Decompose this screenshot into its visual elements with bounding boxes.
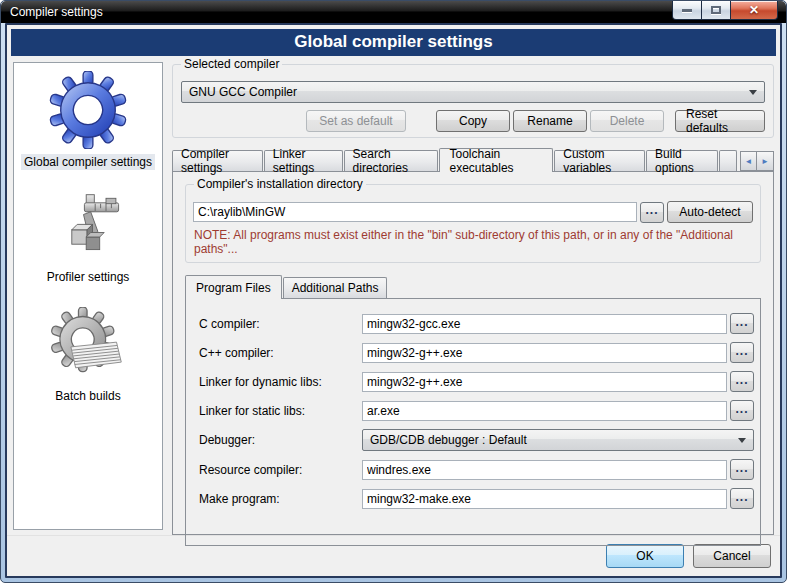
linker-dynamic-input[interactable] [362,372,727,392]
tab-build-options[interactable]: Build options [646,150,718,171]
field-label: Linker for static libs: [190,404,362,418]
content-column: Selected compiler GNU GCC Compiler Set a… [172,62,774,536]
install-dir-input[interactable] [193,202,637,222]
c-compiler-browse-button[interactable]: ... [730,313,754,334]
linker-dynamic-browse-button[interactable]: ... [730,371,754,392]
sidebar-item-label: Global compiler settings [21,154,155,170]
arrow-left-icon: ◄ [745,157,753,166]
sub-tab-strip: Program Files Additional Paths [185,275,761,298]
group-legend: Compiler's installation directory [194,177,366,191]
sidebar-item-label: Batch builds [52,388,123,404]
debugger-select-value: GDB/CDB debugger : Default [370,433,732,447]
group-legend: Selected compiler [181,57,282,71]
window-title: Compiler settings [1,5,103,19]
close-icon: ✕ [749,3,759,17]
linker-static-input[interactable] [362,401,727,421]
field-row-make-program: Make program: ... [190,488,754,509]
toolchain-executables-panel: Compiler's installation directory ... Au… [172,171,774,535]
selected-compiler-group: Selected compiler GNU GCC Compiler Set a… [172,64,774,138]
tab-linker-settings[interactable]: Linker settings [264,150,343,171]
field-label: Debugger: [190,433,362,447]
program-files-panel: C compiler: ... C++ compiler: ... [185,298,761,546]
tab-partial[interactable] [719,150,737,171]
window-controls: ✕ [672,1,778,20]
reset-defaults-button[interactable]: Reset defaults [675,110,765,132]
compiler-buttons-row: Set as default Copy Rename Delete Reset … [181,110,765,132]
tab-search-directories[interactable]: Search directories [344,150,438,171]
caliper-icon [52,192,124,264]
sidebar-item-global-compiler-settings[interactable]: Global compiler settings [21,71,155,170]
sidebar-item-profiler-settings[interactable]: Profiler settings [44,192,133,285]
field-row-linker-static: Linker for static libs: ... [190,400,754,421]
field-row-linker-dynamic: Linker for dynamic libs: ... [190,371,754,392]
tab-scroll-right-button[interactable]: ► [757,151,774,171]
tab-custom-variables[interactable]: Custom variables [554,150,645,171]
cancel-button[interactable]: Cancel [693,544,771,568]
settings-sidebar: Global compiler settings [13,62,163,530]
main-area: Global compiler settings [7,56,780,536]
debugger-select[interactable]: GDB/CDB debugger : Default [362,429,754,451]
minimize-button[interactable] [672,1,702,20]
field-row-resource-compiler: Resource compiler: ... [190,459,754,480]
installation-directory-group: Compiler's installation directory ... Au… [185,184,761,263]
resource-compiler-input[interactable] [362,460,727,480]
tab-toolchain-executables[interactable]: Toolchain executables [439,148,554,172]
field-row-debugger: Debugger: GDB/CDB debugger : Default [190,429,754,451]
field-label: C compiler: [190,317,362,331]
cpp-compiler-input[interactable] [362,343,727,363]
sidebar-item-batch-builds[interactable]: Batch builds [50,307,126,404]
rename-button[interactable]: Rename [513,110,587,132]
delete-button[interactable]: Delete [590,110,664,132]
field-row-cpp-compiler: C++ compiler: ... [190,342,754,363]
sidebar-item-label: Profiler settings [44,269,133,285]
field-label: Resource compiler: [190,463,362,477]
arrow-right-icon: ► [761,157,769,166]
dialog-body: Global compiler settings [5,23,782,578]
field-row-c-compiler: C compiler: ... [190,313,754,334]
tab-scroll-controls: ◄ ► [740,151,774,171]
compiler-select-value: GNU GCC Compiler [189,85,743,99]
field-label: Make program: [190,492,362,506]
titlebar[interactable]: Compiler settings ✕ [1,1,786,23]
chevron-down-icon [738,438,746,443]
field-label: Linker for dynamic libs: [190,375,362,389]
c-compiler-input[interactable] [362,314,727,334]
maximize-icon [711,6,721,14]
auto-detect-button[interactable]: Auto-detect [667,201,753,223]
make-program-input[interactable] [362,489,727,509]
copy-button[interactable]: Copy [436,110,510,132]
set-as-default-button[interactable]: Set as default [306,110,406,132]
gray-gear-stack-icon [50,307,126,383]
chevron-down-icon [749,90,757,95]
linker-static-browse-button[interactable]: ... [730,400,754,421]
resource-compiler-browse-button[interactable]: ... [730,459,754,480]
field-label: C++ compiler: [190,346,362,360]
tab-compiler-settings[interactable]: Compiler settings [172,150,263,171]
tab-additional-paths[interactable]: Additional Paths [283,277,388,298]
tab-scroll-left-button[interactable]: ◄ [740,151,757,171]
install-dir-note: NOTE: All programs must exist either in … [194,228,752,256]
tab-program-files[interactable]: Program Files [185,275,282,299]
minimize-icon [682,9,692,12]
cpp-compiler-browse-button[interactable]: ... [730,342,754,363]
maximize-button[interactable] [702,1,731,20]
page-title: Global compiler settings [11,29,776,56]
install-dir-browse-button[interactable]: ... [640,202,664,223]
compiler-select[interactable]: GNU GCC Compiler [181,81,765,103]
main-tab-strip: Compiler settings Linker settings Search… [172,148,774,171]
blue-gear-icon [49,71,127,149]
close-button[interactable]: ✕ [731,1,778,20]
install-dir-row: ... Auto-detect [193,201,753,223]
ok-button[interactable]: OK [606,544,684,568]
compiler-settings-window: Compiler settings ✕ Global compiler sett… [0,0,787,583]
make-program-browse-button[interactable]: ... [730,488,754,509]
